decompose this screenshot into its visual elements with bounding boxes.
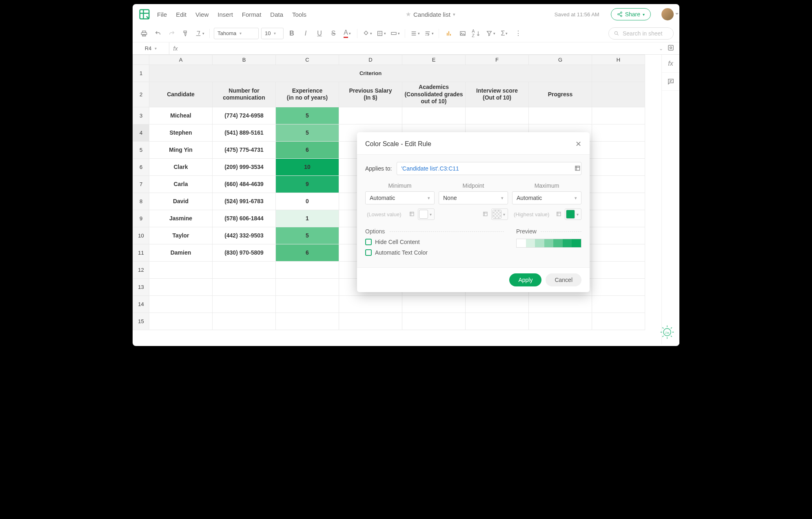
cell-B12[interactable] (213, 261, 276, 278)
wrap-text-icon[interactable]: ▾ (423, 28, 435, 39)
share-button[interactable]: Share ▾ (611, 8, 651, 20)
header-cell-E[interactable]: Academics(Consolidated gradesout of 10) (402, 82, 466, 107)
cell-C12[interactable] (276, 261, 339, 278)
header-cell-D[interactable]: Previous Salary(In $) (339, 82, 402, 107)
cell-G15[interactable] (529, 313, 592, 330)
cell-B5[interactable]: (475) 775-4731 (213, 141, 276, 158)
cell-H3[interactable] (592, 107, 645, 124)
assistant-icon[interactable]: Zia (660, 325, 674, 339)
column-header-F[interactable]: F (466, 55, 529, 65)
merge-icon[interactable]: ▾ (389, 28, 401, 39)
cell-C10[interactable]: 5 (276, 227, 339, 244)
cell-F15[interactable] (466, 313, 529, 330)
row-header-6[interactable]: 6 (133, 158, 149, 175)
cell-H10[interactable] (592, 227, 645, 244)
cell-C15[interactable] (276, 313, 339, 330)
row-header-3[interactable]: 3 (133, 107, 149, 124)
cell-C13[interactable] (276, 278, 339, 295)
cell-B15[interactable] (213, 313, 276, 330)
row-header-10[interactable]: 10 (133, 227, 149, 244)
minimum-value-input[interactable]: (Lowest value) (365, 211, 406, 217)
range-picker-icon[interactable] (482, 211, 489, 217)
cell-C3[interactable]: 5 (276, 107, 339, 124)
cell-A12[interactable] (149, 261, 213, 278)
menu-tools[interactable]: Tools (292, 11, 306, 18)
cell-E3[interactable] (402, 107, 466, 124)
doc-name[interactable]: Candidate list (413, 11, 450, 18)
cell-B3[interactable]: (774) 724-6958 (213, 107, 276, 124)
menu-insert[interactable]: Insert (217, 11, 233, 18)
row-header-1[interactable]: 1 (133, 65, 149, 82)
row-header-5[interactable]: 5 (133, 141, 149, 158)
column-header-B[interactable]: B (213, 55, 276, 65)
row-header-2[interactable]: 2 (133, 82, 149, 107)
cell-E14[interactable] (402, 295, 466, 313)
expand-formula-icon[interactable]: ⌄ (659, 46, 663, 51)
cell-A14[interactable] (149, 295, 213, 313)
applies-to-input[interactable] (397, 162, 581, 175)
more-icon[interactable]: ⋮ (512, 28, 524, 39)
row-header-11[interactable]: 11 (133, 244, 149, 261)
cell-A9[interactable]: Jasmine (149, 210, 213, 227)
sort-icon[interactable]: AZ (471, 28, 482, 39)
align-icon[interactable]: ▾ (409, 28, 421, 39)
underline-icon[interactable]: U (314, 28, 325, 39)
hide-cell-content-checkbox[interactable]: Hide Cell Content (365, 239, 504, 245)
fill-color-icon[interactable]: ▾ (362, 28, 373, 39)
title-cell[interactable]: Criterion (149, 65, 592, 82)
cell-B13[interactable] (213, 278, 276, 295)
row-header-8[interactable]: 8 (133, 193, 149, 210)
cell-A7[interactable]: Carla (149, 175, 213, 193)
clear-format-icon[interactable]: ▾ (194, 28, 205, 39)
row-header-13[interactable]: 13 (133, 278, 149, 295)
cell-C14[interactable] (276, 295, 339, 313)
cell-H11[interactable] (592, 244, 645, 261)
cell-A11[interactable]: Damien (149, 244, 213, 261)
cell-C4[interactable]: 5 (276, 124, 339, 141)
format-painter-icon[interactable] (180, 28, 191, 39)
cell-A4[interactable]: Stephen (149, 124, 213, 141)
menu-edit[interactable]: Edit (176, 11, 186, 18)
cell-B8[interactable]: (524) 991-6783 (213, 193, 276, 210)
font-family-select[interactable]: Tahoma▾ (214, 28, 259, 39)
cell-C7[interactable]: 9 (276, 175, 339, 193)
cell-E15[interactable] (402, 313, 466, 330)
image-icon[interactable] (457, 28, 468, 39)
maximum-mode-select[interactable]: Automatic▾ (512, 191, 581, 204)
cell-C8[interactable]: 0 (276, 193, 339, 210)
cell-B6[interactable]: (209) 999-3534 (213, 158, 276, 175)
midpoint-color-swatch[interactable]: ▾ (491, 208, 508, 220)
bold-icon[interactable]: B (286, 28, 297, 39)
column-header-A[interactable]: A (149, 55, 213, 65)
fx-icon[interactable]: fx (169, 45, 182, 52)
cell-H15[interactable] (592, 313, 645, 330)
sum-icon[interactable]: Σ▾ (499, 28, 510, 39)
cell-H5[interactable] (592, 141, 645, 158)
chart-icon[interactable] (443, 28, 455, 39)
cell-F3[interactable] (466, 107, 529, 124)
cell-D15[interactable] (339, 313, 402, 330)
cell-H13[interactable] (592, 278, 645, 295)
menu-data[interactable]: Data (270, 11, 283, 18)
row-header-7[interactable]: 7 (133, 175, 149, 193)
row-header-12[interactable]: 12 (133, 261, 149, 278)
print-icon[interactable] (138, 28, 150, 39)
menu-view[interactable]: View (195, 11, 209, 18)
font-color-icon[interactable]: A▾ (342, 28, 353, 39)
doc-name-chevron-icon[interactable]: ▾ (453, 12, 455, 17)
cell-A13[interactable] (149, 278, 213, 295)
name-box[interactable]: R4▾ (133, 42, 169, 54)
cell-D14[interactable] (339, 295, 402, 313)
row-header-14[interactable]: 14 (133, 295, 149, 313)
menu-format[interactable]: Format (242, 11, 262, 18)
redo-icon[interactable] (166, 28, 177, 39)
cell-H14[interactable] (592, 295, 645, 313)
minimum-color-swatch[interactable]: ▾ (418, 208, 435, 220)
cell-A5[interactable]: Ming Yin (149, 141, 213, 158)
range-picker-icon[interactable] (556, 211, 562, 217)
column-header-D[interactable]: D (339, 55, 402, 65)
minimum-mode-select[interactable]: Automatic▾ (365, 191, 435, 204)
midpoint-value-input[interactable] (439, 211, 480, 217)
font-size-select[interactable]: 10▾ (261, 28, 284, 39)
cell-C9[interactable]: 1 (276, 210, 339, 227)
